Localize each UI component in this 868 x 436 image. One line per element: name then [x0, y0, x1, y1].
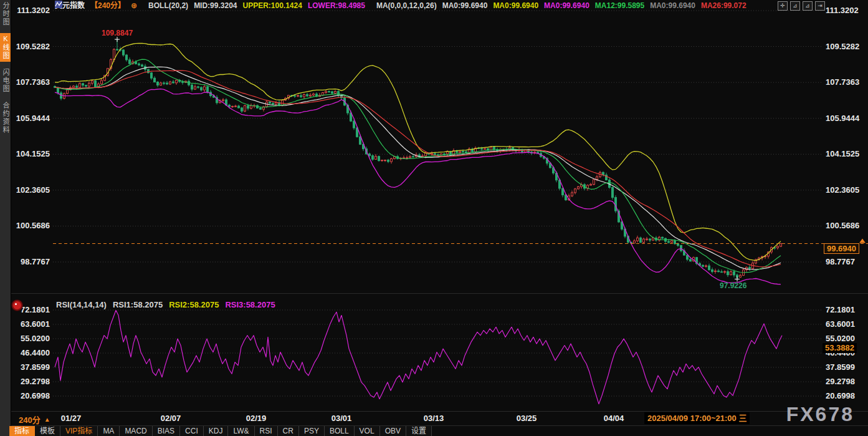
- sidebar-tab-1[interactable]: K线图: [0, 33, 11, 62]
- date-label: 01/27: [61, 414, 82, 423]
- header-text-9: MA(0,0,0,12,0,26): [376, 1, 437, 10]
- axis-label: 104.1525: [826, 149, 867, 158]
- toolbar-item-RSI[interactable]: RSI: [255, 426, 278, 436]
- panel-divider: [11, 293, 868, 294]
- axis-label: 63.6001: [826, 319, 867, 329]
- bottom-toolbar: 指标模板VIP指标MAMACDBIASCCIKDJLW&RSICRPSYBOLL…: [9, 426, 432, 436]
- pane-exit-icon[interactable]: ⇥: [815, 1, 825, 11]
- axis-label: 29.2798: [826, 377, 867, 386]
- toolbar-item-BOLL[interactable]: BOLL: [325, 426, 355, 436]
- add-indicator-icon[interactable]: ⊕: [131, 1, 137, 10]
- axis-label: 98.7767: [826, 257, 867, 266]
- current-price-tag: 99.6940: [824, 243, 859, 254]
- time-axis: 2025/04/09 17:00~21:00 三 01/2702/0702/19…: [0, 412, 868, 425]
- toolbar-item-指标[interactable]: 指标: [9, 426, 35, 436]
- toolbar-item-PSY[interactable]: PSY: [299, 426, 325, 436]
- axis-label: 100.5686: [11, 221, 50, 230]
- axis-label: 20.6998: [826, 391, 867, 400]
- rsi-header-text-0: RSI(14,14,14): [56, 300, 107, 309]
- sidebar-tab-2[interactable]: 闪电图: [0, 67, 11, 95]
- rsi-settings-icon[interactable]: [12, 300, 22, 311]
- axis-label: 107.7363: [826, 77, 867, 87]
- axis-label: 111.3202: [11, 6, 50, 15]
- toolbar-item-BIAS[interactable]: BIAS: [153, 426, 180, 436]
- axis-label: 109.5282: [11, 42, 50, 51]
- axis-label: 102.3605: [826, 185, 867, 195]
- toolbar-item-OBV[interactable]: OBV: [380, 426, 406, 436]
- axis-divider: [11, 411, 868, 412]
- axis-label: 111.3202: [826, 6, 867, 15]
- axis-label: 105.9444: [11, 114, 50, 123]
- left-sidebar: 分时图K线图闪电图合约资料: [0, 0, 11, 436]
- window-icons: ✛⊿⊿⇥: [778, 1, 825, 11]
- toolbar-item-VIP指标[interactable]: VIP指标: [60, 426, 98, 436]
- header-text-14: MA0:99.6940: [650, 1, 695, 10]
- date-label: 02/19: [246, 414, 267, 423]
- toolbar-item-MA[interactable]: MA: [98, 426, 120, 436]
- axis-label: 109.5282: [826, 42, 867, 51]
- header-text-13: MA12:99.5895: [595, 1, 644, 10]
- crosshair-icon[interactable]: ✛: [778, 1, 788, 11]
- date-label: 04/04: [604, 414, 624, 423]
- low-price-annotation: 97.9226: [720, 281, 746, 290]
- trading-terminal: 分时图K线图闪电图合约资料 美元指数【240分】⊕BOLL(20,2)MID:9…: [0, 0, 868, 436]
- toolbar-item-MACD[interactable]: MACD: [120, 426, 152, 436]
- session-time-label: 2025/04/09 17:00~21:00 三: [644, 412, 750, 424]
- axis-label: 37.8599: [826, 362, 867, 372]
- toolbar-item-设置[interactable]: 设置: [406, 426, 432, 436]
- axis-label: 37.8599: [11, 362, 50, 372]
- axis-left-icon[interactable]: ⊿: [790, 1, 800, 11]
- axis-label: 63.6001: [11, 319, 50, 329]
- sidebar-tab-3[interactable]: 合约资料: [0, 100, 11, 136]
- date-label: 03/13: [424, 414, 444, 423]
- header-text-10: MA0:99.6940: [442, 1, 488, 10]
- rsi-header-text-1: RSI1:58.2075: [113, 300, 163, 309]
- toolbar-item-KDJ[interactable]: KDJ: [204, 426, 229, 436]
- header-text-4: BOLL(20,2): [148, 1, 188, 10]
- axis-label: 104.1525: [11, 149, 50, 158]
- rsi-header: RSI(14,14,14)RSI1:58.2075RSI2:58.2075RSI…: [56, 300, 275, 309]
- axis-label: 107.7363: [11, 77, 50, 87]
- toolbar-item-LW&[interactable]: LW&: [228, 426, 254, 436]
- axis-label: 105.9444: [826, 114, 867, 123]
- indicator-header: 美元指数【240分】⊕BOLL(20,2)MID:99.3204UPPER:10…: [55, 1, 746, 10]
- date-label: 02/07: [161, 414, 181, 423]
- header-text-11: MA0:99.6940: [493, 1, 538, 10]
- axis-label: 55.0200: [826, 334, 867, 343]
- axis-right-icon[interactable]: ⊿: [803, 1, 813, 11]
- header-text-6: UPPER:100.1424: [243, 1, 302, 10]
- date-label: 03/01: [331, 414, 352, 423]
- axis-label: 102.3605: [11, 185, 50, 195]
- axis-label: 29.2798: [11, 377, 50, 386]
- toolbar-item-CR[interactable]: CR: [278, 426, 299, 436]
- toolbar-item-模板[interactable]: 模板: [35, 426, 60, 436]
- header-text-12: MA0:99.6940: [544, 1, 589, 10]
- date-label: 03/25: [517, 414, 537, 423]
- sidebar-tab-0[interactable]: 分时图: [0, 0, 11, 28]
- axis-label: 46.4400: [11, 348, 50, 357]
- axis-label: 20.6998: [11, 391, 50, 400]
- rsi-header-text-2: RSI2:58.2075: [169, 300, 219, 309]
- axis-label: 55.0200: [11, 334, 50, 343]
- header-text-5: MID:99.3204: [194, 1, 237, 10]
- rsi-header-text-3: RSI3:58.2075: [225, 300, 275, 309]
- axis-label: 100.5686: [826, 221, 867, 230]
- high-price-annotation: 109.8847: [102, 29, 133, 37]
- axis-label: 98.7767: [11, 257, 50, 266]
- header-text-1: 【240分】: [90, 1, 125, 10]
- chart-canvas[interactable]: [0, 0, 868, 436]
- axis-label: 72.1801: [826, 305, 867, 314]
- toolbar-item-CCI[interactable]: CCI: [180, 426, 204, 436]
- header-text-7: LOWER:98.4985: [308, 1, 365, 10]
- rsi-current-tag: 53.3882: [823, 343, 857, 353]
- header-text-15: MA26:99.072: [701, 1, 746, 10]
- toolbar-item-VOL[interactable]: VOL: [355, 426, 380, 436]
